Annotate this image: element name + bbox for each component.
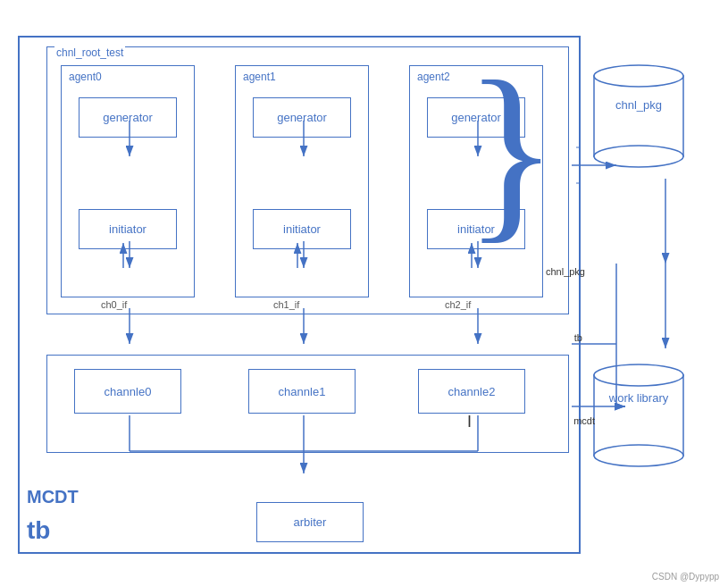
- ch1-if-label: ch1_if: [273, 299, 299, 310]
- svg-rect-0: [594, 76, 683, 156]
- agent2-label: agent2: [417, 71, 450, 83]
- tb-conn-label: tb: [574, 332, 582, 343]
- chnl-pkg-cylinder: chnl_pkg: [590, 58, 688, 177]
- channel0-box: channle0: [74, 369, 181, 414]
- agent0-label: agent0: [69, 71, 102, 83]
- chnl-pkg-conn-label: chnl_pkg: [546, 266, 585, 277]
- agent0-generator: generator: [79, 97, 177, 138]
- root-test-label: chnl_root_test: [54, 46, 125, 59]
- agent0-box: agent0 generator initiator: [61, 65, 195, 297]
- agent1-initiator: initiator: [253, 209, 351, 249]
- svg-rect-3: [594, 375, 683, 456]
- ch2-if-label: ch2_if: [445, 299, 471, 310]
- channel-row-box: channle0 channle1 channle2: [46, 355, 569, 453]
- diagram-container: MCDT tb chnl_root_test agent0 generator …: [9, 9, 715, 572]
- mcdt-label: MCDT: [27, 487, 79, 507]
- agent0-initiator: initiator: [79, 209, 177, 249]
- svg-point-5: [594, 445, 683, 466]
- agent1-generator: generator: [253, 97, 351, 138]
- svg-point-1: [594, 65, 683, 87]
- mcdt-conn-label: mcdt: [573, 415, 595, 426]
- arbiter-box: arbiter: [256, 502, 364, 542]
- watermark: CSDN @Dypypp: [652, 572, 719, 582]
- tb-label: tb: [27, 516, 50, 545]
- channel1-box: channle1: [248, 369, 356, 414]
- channel2-box: channle2: [418, 369, 525, 414]
- svg-point-2: [594, 146, 683, 167]
- agent1-label: agent1: [243, 71, 276, 83]
- brace-right: }: [464, 52, 558, 248]
- chnl-pkg-label: chnl_pkg: [590, 98, 688, 112]
- ch0-if-label: ch0_if: [101, 299, 127, 310]
- work-library-label: work library: [590, 391, 688, 405]
- work-library-cylinder: work library: [590, 357, 688, 476]
- svg-point-4: [594, 364, 683, 386]
- agent1-box: agent1 generator initiator: [235, 65, 369, 297]
- cursor-symbol: I: [467, 413, 472, 431]
